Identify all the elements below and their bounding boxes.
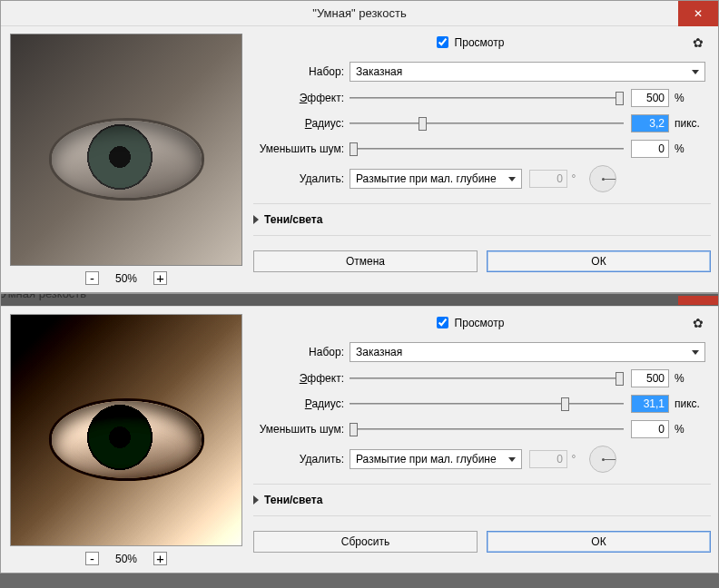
ok-button[interactable]: ОК: [487, 531, 711, 553]
preview-checkbox-input[interactable]: [437, 317, 448, 328]
chevron-right-icon: [253, 215, 259, 224]
controls-column: Просмотр ✿ Набор: Заказная Эффект: 500 %…: [253, 34, 711, 285]
angle-dial[interactable]: [589, 165, 616, 192]
preview-checkbox-label: Просмотр: [455, 317, 505, 329]
radius-slider[interactable]: [350, 114, 624, 132]
amount-field[interactable]: 500: [631, 369, 669, 387]
zoom-in-button[interactable]: +: [153, 552, 167, 565]
title-bar[interactable]: Умная резкость: [1, 294, 718, 307]
smart-sharpen-dialog-1: "Умная" резкость ✕ - 50% + Просмотр ✿ На…: [0, 0, 719, 293]
noise-unit: %: [669, 423, 705, 436]
preset-label: Набор:: [253, 65, 350, 78]
chevron-right-icon: [253, 495, 259, 505]
remove-label: Удалить:: [253, 172, 350, 185]
radius-unit: пикс.: [669, 397, 705, 410]
zoom-value: 50%: [115, 272, 137, 285]
title-bar[interactable]: "Умная" резкость ✕: [1, 1, 718, 26]
preview-image[interactable]: [10, 314, 242, 546]
noise-slider[interactable]: [350, 420, 624, 438]
amount-field[interactable]: 500: [631, 89, 669, 107]
preset-select[interactable]: Заказная: [350, 62, 705, 82]
preview-checkbox-input[interactable]: [437, 36, 448, 48]
smart-sharpen-dialog-2: Умная резкость - 50% + Просмотр ✿ Набор:…: [0, 293, 719, 573]
preset-select[interactable]: Заказная: [350, 342, 705, 362]
radius-field[interactable]: 31,1: [631, 395, 669, 413]
close-button[interactable]: [678, 296, 718, 305]
shadows-highlights-disclosure[interactable]: Тени/света: [253, 492, 711, 508]
settings-icon[interactable]: ✿: [691, 35, 705, 50]
angle-unit: °: [567, 172, 580, 185]
dialog-title: "Умная" резкость: [1, 6, 718, 20]
shadows-highlights-disclosure[interactable]: Тени/света: [253, 211, 711, 228]
angle-field: 0: [529, 170, 567, 188]
amount-label: Эффект:: [253, 372, 350, 385]
noise-label: Уменьшить шум:: [253, 423, 350, 436]
preview-column: - 50% +: [8, 314, 244, 565]
separator: [253, 203, 711, 204]
angle-unit: °: [567, 453, 580, 466]
ok-button[interactable]: ОК: [487, 250, 711, 272]
separator: [253, 235, 711, 236]
noise-unit: %: [669, 142, 705, 155]
zoom-controls: - 50% +: [85, 552, 167, 565]
radius-field[interactable]: 3,2: [631, 114, 669, 132]
preview-image[interactable]: [10, 34, 242, 266]
angle-dial[interactable]: [589, 446, 616, 473]
preview-checkbox[interactable]: Просмотр: [433, 34, 505, 51]
zoom-in-button[interactable]: +: [153, 271, 167, 285]
noise-field[interactable]: 0: [631, 420, 669, 438]
amount-slider[interactable]: [350, 89, 624, 107]
dialog-body: - 50% + Просмотр ✿ Набор: Заказная Эффек…: [1, 307, 718, 573]
remove-select[interactable]: Размытие при мал. глубине: [350, 169, 522, 189]
amount-label: Эффект:: [253, 92, 350, 104]
radius-unit: пикс.: [669, 117, 705, 130]
amount-unit: %: [669, 372, 705, 385]
noise-field[interactable]: 0: [631, 140, 669, 158]
remove-select[interactable]: Размытие при мал. глубине: [350, 449, 522, 469]
remove-label: Удалить:: [253, 453, 350, 466]
preview-column: - 50% +: [8, 34, 244, 285]
zoom-controls: - 50% +: [85, 271, 167, 285]
amount-slider[interactable]: [350, 369, 624, 387]
dialog-title: Умная резкость: [1, 294, 86, 300]
cancel-button[interactable]: Отмена: [253, 250, 478, 272]
preset-label: Набор:: [253, 346, 350, 358]
separator: [253, 515, 711, 516]
dialog-body: - 50% + Просмотр ✿ Набор: Заказная Эффек…: [1, 26, 718, 292]
controls-column: Просмотр ✿ Набор: Заказная Эффект: 500 %…: [253, 314, 711, 565]
angle-field: 0: [529, 450, 567, 468]
zoom-value: 50%: [115, 553, 137, 565]
amount-unit: %: [669, 92, 705, 104]
preview-checkbox-label: Просмотр: [455, 36, 505, 49]
settings-icon[interactable]: ✿: [691, 316, 705, 330]
radius-label: Радиус:: [253, 397, 350, 410]
noise-label: Уменьшить шум:: [253, 142, 350, 155]
radius-slider[interactable]: [350, 395, 624, 413]
radius-label: Радиус:: [253, 117, 350, 130]
reset-button[interactable]: Сбросить: [253, 531, 478, 553]
zoom-out-button[interactable]: -: [85, 271, 99, 285]
zoom-out-button[interactable]: -: [85, 552, 99, 565]
separator: [253, 484, 711, 485]
noise-slider[interactable]: [350, 140, 624, 158]
preview-checkbox[interactable]: Просмотр: [433, 314, 505, 331]
